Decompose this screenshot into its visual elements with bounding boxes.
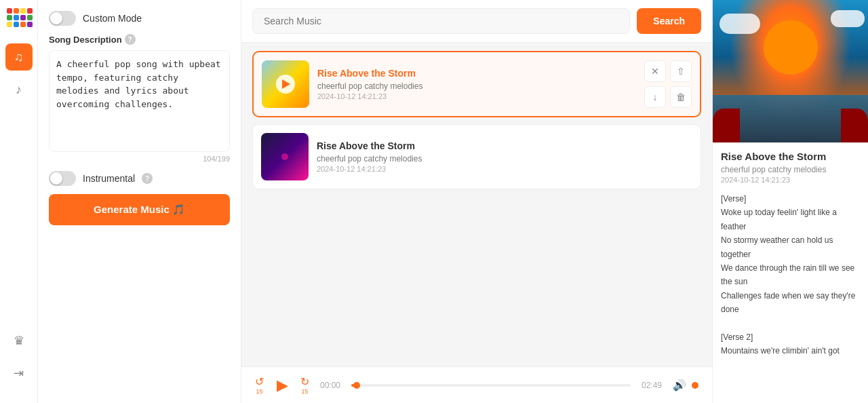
song-description-section: Song Description ? 104/199: [49, 34, 230, 163]
album-art: [713, 0, 868, 142]
volume-section: 🔊: [673, 379, 698, 391]
instrumental-toggle-thumb: [50, 172, 62, 185]
song-tags-2: cheerful pop catchy melodies: [317, 154, 692, 164]
right-song-date: 2024-10-12 14:21:23: [721, 176, 860, 184]
instrumental-help-icon[interactable]: ?: [142, 173, 153, 184]
lyrics-text: [Verse] Woke up today feelin' light like…: [721, 192, 860, 358]
current-time: 00:00: [320, 381, 340, 390]
description-textarea[interactable]: [49, 50, 230, 152]
song-title-1: Rise Above the Storm: [317, 68, 636, 79]
song-card-1[interactable]: Rise Above the Storm cheerful pop catchy…: [252, 51, 701, 117]
sidebar: ♫ ♪ ♛ ⇥: [0, 0, 38, 403]
search-input[interactable]: [252, 8, 630, 34]
search-bar-row: Search: [241, 0, 712, 43]
app-logo: [7, 8, 31, 33]
main-content: Search Rise Above the Storm cheerful pop…: [241, 0, 712, 403]
sidebar-music-icon[interactable]: ♫: [5, 43, 33, 71]
volume-indicator: [692, 382, 698, 389]
sidebar-crown-icon[interactable]: ♛: [5, 327, 33, 354]
custom-mode-row: Custom Mode: [49, 11, 230, 26]
song-title-2: Rise Above the Storm: [317, 140, 692, 151]
generate-music-button[interactable]: Generate Music 🎵: [49, 194, 230, 225]
grass-left: [713, 109, 740, 142]
song-share-button-1[interactable]: ⇧: [670, 60, 692, 82]
sidebar-disc-icon[interactable]: ♪: [5, 76, 33, 103]
song-thumbnail-1: [262, 60, 309, 108]
instrumental-label: Instrumental: [83, 173, 135, 184]
song-date-2: 2024-10-12 14:21:23: [317, 165, 692, 173]
instrumental-row: Instrumental ?: [49, 171, 230, 186]
song-info-2: Rise Above the Storm cheerful pop catchy…: [317, 140, 692, 173]
instrumental-toggle[interactable]: [49, 171, 76, 186]
forward-button[interactable]: ↻ 15: [300, 375, 309, 395]
left-panel: Custom Mode Song Description ? 104/199 I…: [38, 0, 241, 403]
bottom-player: ↺ 15 ▶ ↻ 15 00:00 02:49 🔊: [241, 366, 712, 403]
song-info-1: Rise Above the Storm cheerful pop catchy…: [317, 68, 636, 100]
sidebar-exit-icon[interactable]: ⇥: [5, 360, 33, 387]
volume-button[interactable]: 🔊: [673, 379, 686, 391]
custom-mode-toggle[interactable]: [49, 11, 76, 26]
grass-right: [841, 109, 868, 142]
forward-label: 15: [301, 388, 308, 395]
song-tags-1: cheerful pop catchy melodies: [317, 81, 636, 91]
clouds-left: [719, 14, 760, 34]
right-panel: Rise Above the Storm cheerful pop catchy…: [712, 0, 868, 403]
song-description-label: Song Description: [49, 35, 122, 45]
clouds-right: [831, 10, 865, 27]
songs-list: Rise Above the Storm cheerful pop catchy…: [241, 43, 712, 366]
custom-mode-toggle-thumb: [50, 12, 62, 24]
char-count: 104/199: [49, 155, 230, 163]
right-panel-content: Rise Above the Storm cheerful pop catchy…: [713, 142, 868, 403]
progress-thumb: [353, 382, 360, 389]
player-controls: ↺ 15 ▶ ↻ 15: [255, 375, 309, 396]
total-time: 02:49: [642, 381, 662, 390]
right-song-tags: cheerful pop catchy melodies: [721, 165, 860, 174]
rewind-button[interactable]: ↺ 15: [255, 375, 264, 395]
song-date-1: 2024-10-12 14:21:23: [317, 92, 636, 100]
right-song-title: Rise Above the Storm: [721, 151, 860, 162]
progress-bar[interactable]: [351, 384, 631, 387]
sun: [764, 20, 818, 75]
description-help-icon[interactable]: ?: [125, 34, 136, 45]
play-triangle-1: [282, 79, 290, 89]
play-pause-button[interactable]: ▶: [272, 375, 292, 396]
play-icon-1[interactable]: [276, 75, 295, 94]
song-actions-1: ✕ ⇧ ↓ 🗑: [644, 60, 692, 108]
custom-mode-label: Custom Mode: [83, 13, 142, 24]
search-button[interactable]: Search: [637, 8, 701, 34]
song-delete-button-1[interactable]: 🗑: [670, 86, 692, 108]
song-download-button-1[interactable]: ↓: [644, 86, 666, 108]
song-expand-button-1[interactable]: ✕: [644, 60, 666, 82]
song-thumbnail-2: [261, 133, 309, 180]
song-card-2[interactable]: Rise Above the Storm cheerful pop catchy…: [252, 124, 701, 189]
rewind-label: 15: [256, 388, 262, 395]
